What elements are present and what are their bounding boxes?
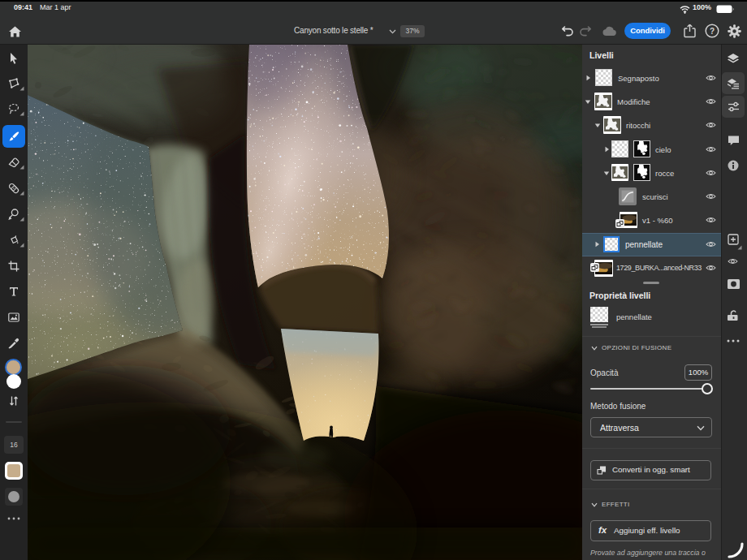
svg-text:?: ? xyxy=(710,27,715,36)
